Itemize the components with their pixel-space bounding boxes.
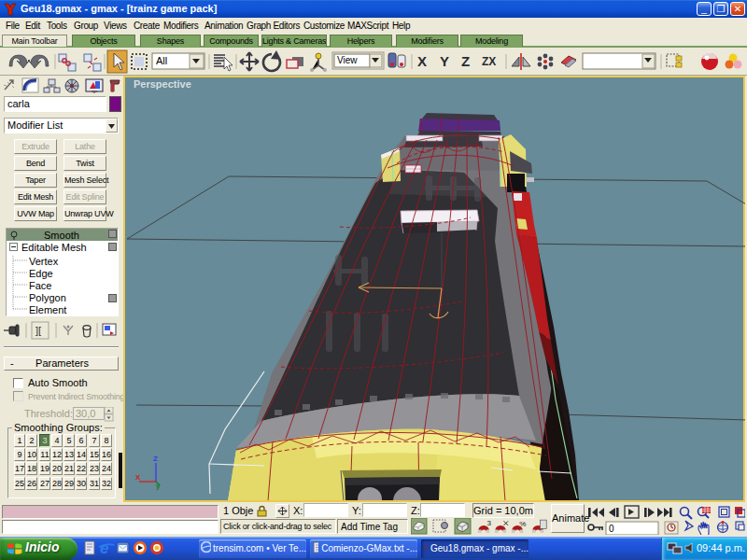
svg-text:View: View (337, 55, 358, 65)
svg-text:y: y (156, 482, 161, 490)
svg-text:X: X (135, 473, 141, 482)
svg-text:X: X (417, 53, 427, 69)
svg-text:Z: Z (461, 53, 470, 69)
svg-text:0: 0 (609, 524, 614, 534)
svg-text:Y: Y (440, 53, 449, 69)
svg-text:ZX: ZX (482, 55, 496, 68)
svg-text:All: All (156, 55, 167, 66)
svg-text:Z: Z (153, 455, 158, 463)
svg-text:][: ][ (35, 325, 41, 336)
svg-text:3: 3 (487, 519, 492, 527)
svg-text:Perspective: Perspective (134, 78, 191, 90)
svg-text:e: e (100, 539, 108, 557)
svg-text:%: % (519, 520, 526, 528)
